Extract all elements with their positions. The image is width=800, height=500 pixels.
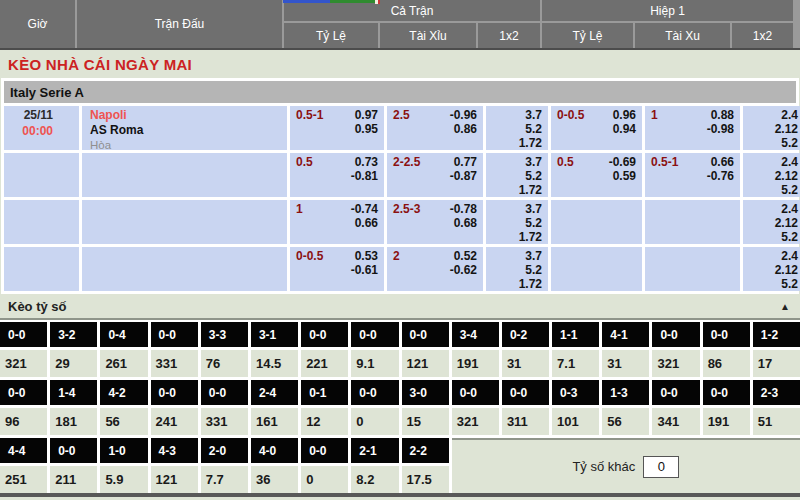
h1-1x2-cell[interactable]: 2.42.125.2 xyxy=(743,200,800,244)
score-cell[interactable]: 0-0 xyxy=(652,322,699,347)
score-cell[interactable]: 3-0 xyxy=(402,380,449,405)
score-cell[interactable]: 0-0 xyxy=(0,380,47,405)
ft-handicap-cell-odds: -0.740.66 xyxy=(351,202,378,242)
h1-handicap-cell[interactable]: 0-0.50.960.94 xyxy=(551,106,642,150)
league-header: Italy Serie A xyxy=(4,81,796,103)
score-cell[interactable]: 3-4 xyxy=(452,322,499,347)
score-cell[interactable]: 0-0 xyxy=(452,380,499,405)
ft-overunder-cell-line: 2.5-3 xyxy=(393,202,420,242)
score-cell[interactable]: 0-0 xyxy=(703,380,750,405)
time-cell xyxy=(4,247,79,291)
score-cell[interactable]: 4-0 xyxy=(251,438,298,463)
h1-1x2-cell[interactable]: 2.42.125.2 xyxy=(743,106,800,150)
h1-handicap-cell[interactable]: 0.5-0.690.59 xyxy=(551,153,642,197)
score-cell[interactable]: 0-0 xyxy=(151,380,198,405)
odds-value: 1.72 xyxy=(492,137,542,150)
ft-handicap-cell-odds: 0.73-0.81 xyxy=(351,155,378,195)
score-section-header[interactable]: Kèo tỷ số ▲ xyxy=(0,294,800,320)
odds-value: 0.66 xyxy=(351,216,378,230)
ft-overunder-cell[interactable]: 2.5-3-0.780.68 xyxy=(387,200,483,244)
bottom-border xyxy=(0,493,800,497)
score-cell[interactable]: 3-1 xyxy=(251,322,298,347)
ft-handicap-cell[interactable]: 0.50.73-0.81 xyxy=(290,153,384,197)
ft-1x2-cell[interactable]: 3.75.21.72 xyxy=(486,200,548,244)
score-cell[interactable]: 3-2 xyxy=(50,322,97,347)
odds-value: 3.7 xyxy=(492,250,542,264)
odds-value: 5.2 xyxy=(492,170,542,184)
score-value-cell: 321 xyxy=(652,350,699,377)
ft-overunder-cell[interactable]: 2-2.50.77-0.87 xyxy=(387,153,483,197)
score-cell[interactable]: 0-0 xyxy=(301,438,348,463)
score-cell[interactable]: 1-1 xyxy=(552,322,599,347)
score-cell[interactable]: 1-3 xyxy=(602,380,649,405)
score-cell[interactable]: 0-0 xyxy=(301,322,348,347)
score-cell[interactable]: 4-4 xyxy=(0,438,47,463)
odds-value: -0.78 xyxy=(450,202,477,216)
home-team-label[interactable]: Napoli xyxy=(90,108,281,123)
odds-value: 3.7 xyxy=(492,203,542,217)
time-cell xyxy=(4,200,79,244)
score-value-cell: 29 xyxy=(50,350,97,377)
other-score-label: Tỷ số khác xyxy=(572,459,635,474)
ft-handicap-cell[interactable]: 1-0.740.66 xyxy=(290,200,384,244)
odds-value: 2.12 xyxy=(749,217,798,231)
header-h1-1x2: 1x2 xyxy=(732,23,793,48)
score-cell[interactable]: 0-0 xyxy=(652,380,699,405)
score-cell[interactable]: 0-0 xyxy=(502,380,549,405)
score-value-cell: 76 xyxy=(201,350,248,377)
score-value-cell: 181 xyxy=(50,408,97,435)
score-cell[interactable]: 0-0 xyxy=(50,438,97,463)
h1-handicap-cell[interactable] xyxy=(551,200,642,244)
score-cell[interactable]: 1-2 xyxy=(753,322,800,347)
odds-value: 0.73 xyxy=(351,155,378,169)
away-team-label[interactable]: AS Roma xyxy=(90,123,281,138)
h1-overunder-cell[interactable] xyxy=(645,247,740,291)
ft-1x2-cell[interactable]: 3.75.21.72 xyxy=(486,153,548,197)
score-cell[interactable]: 1-0 xyxy=(100,438,147,463)
score-cell[interactable]: 2-0 xyxy=(201,438,248,463)
score-cell[interactable]: 2-3 xyxy=(753,380,800,405)
score-cell[interactable]: 1-4 xyxy=(50,380,97,405)
score-cell[interactable]: 2-4 xyxy=(251,380,298,405)
score-cell[interactable]: 0-0 xyxy=(351,380,398,405)
score-cell[interactable]: 4-3 xyxy=(151,438,198,463)
score-cell[interactable]: 0-0 xyxy=(0,322,47,347)
score-cell[interactable]: 0-1 xyxy=(301,380,348,405)
ft-handicap-cell[interactable]: 0-0.50.53-0.61 xyxy=(290,247,384,291)
ft-handicap-cell[interactable]: 0.5-10.970.95 xyxy=(290,106,384,150)
score-cell[interactable]: 0-0 xyxy=(703,322,750,347)
h1-overunder-cell[interactable]: 10.88-0.98 xyxy=(645,106,740,150)
score-value-cell: 86 xyxy=(703,350,750,377)
ft-overunder-cell[interactable]: 2.5-0.960.86 xyxy=(387,106,483,150)
score-cell[interactable]: 4-2 xyxy=(100,380,147,405)
score-cell[interactable]: 0-3 xyxy=(552,380,599,405)
h1-1x2-cell[interactable]: 2.42.125.2 xyxy=(743,153,800,197)
ft-1x2-cell[interactable]: 3.75.21.72 xyxy=(486,247,548,291)
collapse-arrow-icon[interactable]: ▲ xyxy=(780,301,790,312)
score-cell[interactable]: 0-0 xyxy=(151,322,198,347)
score-cell[interactable]: 0-0 xyxy=(402,322,449,347)
h1-handicap-cell[interactable] xyxy=(551,247,642,291)
ft-handicap-cell-line: 0.5-1 xyxy=(296,108,323,148)
odds-value: 0.94 xyxy=(613,122,636,136)
ft-1x2-cell[interactable]: 3.75.21.72 xyxy=(486,106,548,150)
odds-row: 0.50.73-0.812-2.50.77-0.873.75.21.720.5-… xyxy=(4,153,796,197)
score-cell[interactable]: 2-1 xyxy=(351,438,398,463)
other-score-box[interactable]: 0 xyxy=(643,456,679,478)
score-cell[interactable]: 0-0 xyxy=(351,322,398,347)
h1-1x2-cell[interactable]: 2.42.125.2 xyxy=(743,247,800,291)
ft-overunder-cell-line: 2-2.5 xyxy=(393,155,420,195)
h1-overunder-cell[interactable] xyxy=(645,200,740,244)
score-value-cell: 8.2 xyxy=(351,466,398,493)
score-cell[interactable]: 0-4 xyxy=(100,322,147,347)
score-cell[interactable]: 2-2 xyxy=(402,438,449,463)
score-cell[interactable]: 0-2 xyxy=(502,322,549,347)
score-cell[interactable]: 3-3 xyxy=(201,322,248,347)
h1-overunder-cell[interactable]: 0.5-10.66-0.76 xyxy=(645,153,740,197)
ft-overunder-cell[interactable]: 20.52-0.62 xyxy=(387,247,483,291)
odds-value: 5.2 xyxy=(492,217,542,231)
score-cell[interactable]: 4-1 xyxy=(602,322,649,347)
score-value-cell: 7.1 xyxy=(552,350,599,377)
score-value-cell: 331 xyxy=(151,350,198,377)
score-cell[interactable]: 0-0 xyxy=(201,380,248,405)
